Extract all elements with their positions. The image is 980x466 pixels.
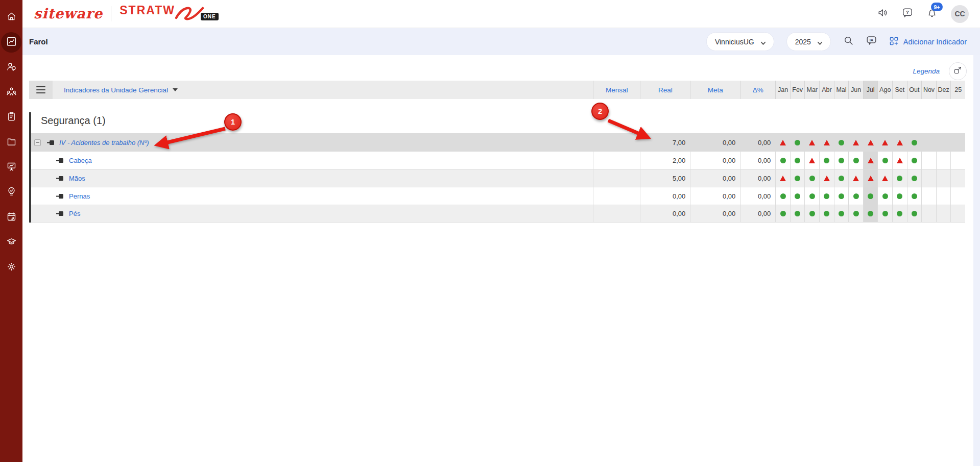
unit-filter-dropdown[interactable]: VinniciusUG — [706, 32, 774, 51]
search-button[interactable] — [843, 35, 854, 48]
status-cell[interactable] — [877, 134, 892, 151]
sidebar-item-home[interactable] — [1, 7, 21, 28]
status-cell[interactable] — [892, 205, 907, 222]
month-column-header[interactable]: Abr — [819, 81, 834, 99]
status-cell[interactable] — [834, 187, 849, 205]
notifications-button[interactable]: 9+ — [926, 7, 938, 20]
status-cell[interactable] — [877, 187, 892, 205]
column-header-real[interactable]: Real — [640, 81, 690, 99]
status-cell[interactable] — [775, 152, 790, 169]
status-cell[interactable] — [848, 205, 863, 222]
column-header-delta[interactable]: Δ% — [740, 81, 775, 99]
month-column-header[interactable]: Mai — [834, 81, 849, 99]
sidebar-item-team[interactable] — [1, 82, 21, 103]
table-row[interactable]: Pernas 0,00 0,00 0,00 — [29, 187, 965, 205]
month-column-header[interactable]: Dez — [936, 81, 951, 99]
status-cell[interactable] — [907, 169, 922, 187]
status-cell[interactable] — [819, 152, 834, 169]
status-cell[interactable] — [877, 152, 892, 169]
status-cell[interactable] — [907, 134, 922, 151]
status-cell[interactable] — [804, 152, 819, 169]
status-cell[interactable] — [819, 134, 834, 151]
announcements-button[interactable] — [877, 7, 889, 20]
sidebar-item-documents[interactable] — [1, 132, 21, 153]
status-cell[interactable] — [892, 152, 907, 169]
status-cell[interactable] — [804, 205, 819, 222]
month-column-header[interactable]: Jun — [848, 81, 863, 99]
indicator-name-link[interactable]: Cabeça — [69, 157, 92, 164]
month-column-header[interactable]: Fev — [790, 81, 805, 99]
month-column-header[interactable]: Out — [907, 81, 922, 99]
indicator-name-link[interactable]: Mãos — [69, 175, 85, 182]
sidebar-item-presentations[interactable] — [1, 157, 21, 178]
user-avatar[interactable]: CC — [951, 5, 969, 23]
status-cell[interactable] — [775, 134, 790, 151]
sidebar-item-feedback[interactable] — [1, 57, 21, 78]
table-row[interactable]: Pés 0,00 0,00 0,00 — [29, 205, 965, 223]
status-cell[interactable] — [790, 134, 805, 151]
sidebar-item-ideas[interactable] — [1, 182, 21, 203]
table-row[interactable]: Cabeça 2,00 0,00 0,00 — [29, 151, 965, 169]
indicator-name-link[interactable]: IV - Acidentes de trabalho (Nº) — [59, 139, 149, 146]
table-menu-button[interactable] — [29, 81, 53, 99]
status-cell[interactable] — [790, 152, 805, 169]
column-header-meta[interactable]: Meta — [690, 81, 740, 99]
status-cell[interactable] — [848, 169, 863, 187]
status-cell[interactable] — [892, 169, 907, 187]
status-cell[interactable] — [834, 169, 849, 187]
status-cell[interactable] — [834, 205, 849, 222]
ia-assistant-button[interactable]: IA — [866, 35, 877, 48]
status-cell[interactable] — [834, 152, 849, 169]
status-cell[interactable] — [834, 134, 849, 151]
indicator-name-link[interactable]: Pernas — [69, 192, 90, 200]
status-cell[interactable] — [819, 205, 834, 222]
sidebar-item-indicators[interactable] — [1, 32, 21, 53]
month-column-header[interactable]: Mar — [804, 81, 819, 99]
status-cell[interactable] — [863, 134, 878, 151]
add-indicator-button[interactable]: Adicionar Indicador — [889, 36, 967, 47]
sidebar-item-plans[interactable] — [1, 107, 21, 128]
month-column-header[interactable]: Set — [892, 81, 907, 99]
status-cell[interactable] — [892, 134, 907, 151]
status-cell[interactable] — [775, 169, 790, 187]
status-cell[interactable] — [775, 187, 790, 205]
month-column-header[interactable]: Jul — [863, 81, 878, 99]
status-cell[interactable] — [804, 169, 819, 187]
status-cell[interactable] — [790, 187, 805, 205]
fullscreen-button[interactable] — [949, 62, 967, 80]
status-cell[interactable] — [877, 169, 892, 187]
view-selector-dropdown[interactable]: Indicadores da Unidade Gerencial — [53, 81, 593, 99]
status-cell[interactable] — [863, 205, 878, 222]
status-cell[interactable] — [848, 134, 863, 151]
legend-link[interactable]: Legenda — [913, 67, 940, 75]
status-cell[interactable] — [848, 187, 863, 205]
sidebar-item-agenda[interactable] — [1, 207, 21, 228]
status-cell[interactable] — [848, 152, 863, 169]
sidebar-item-training[interactable] — [1, 232, 21, 253]
year-filter-dropdown[interactable]: 2025 — [786, 32, 831, 51]
help-button[interactable]: ? — [902, 7, 913, 20]
sidebar-item-settings[interactable] — [1, 257, 21, 278]
status-cell[interactable] — [804, 187, 819, 205]
month-column-header[interactable]: Ago — [877, 81, 892, 99]
indicator-name-link[interactable]: Pés — [69, 210, 80, 217]
status-cell[interactable] — [804, 134, 819, 151]
year-column-header[interactable]: 25 — [950, 81, 965, 99]
column-header-mensal[interactable]: Mensal — [593, 81, 640, 99]
status-cell[interactable] — [877, 205, 892, 222]
status-cell[interactable] — [907, 187, 922, 205]
table-row[interactable]: IV - Acidentes de trabalho (Nº) 7,00 0,0… — [29, 133, 965, 151]
status-cell[interactable] — [775, 205, 790, 222]
status-cell[interactable] — [863, 169, 878, 187]
status-cell[interactable] — [790, 169, 805, 187]
status-cell[interactable] — [907, 152, 922, 169]
status-cell[interactable] — [863, 152, 878, 169]
status-cell[interactable] — [790, 205, 805, 222]
collapse-toggle[interactable] — [34, 139, 41, 146]
status-cell[interactable] — [907, 205, 922, 222]
month-column-header[interactable]: Jan — [775, 81, 790, 99]
status-cell[interactable] — [819, 187, 834, 205]
status-cell[interactable] — [819, 169, 834, 187]
table-row[interactable]: Mãos 5,00 0,00 0,00 — [29, 169, 965, 187]
scrollbar-track[interactable] — [973, 55, 980, 466]
